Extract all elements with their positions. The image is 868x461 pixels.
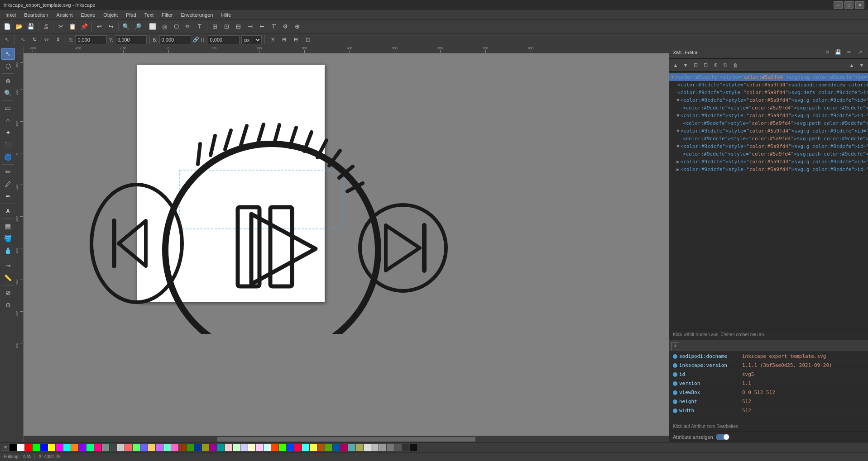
color-swatch-5[interactable] (48, 444, 55, 451)
transform-btn[interactable]: ⤡ (18, 35, 28, 45)
xml-node-n3[interactable]: <color:#9cdcfe">style="color:#5a9fd4">sv… (669, 89, 868, 96)
color-swatch-19[interactable] (156, 444, 163, 451)
print-button[interactable]: 🖨 (40, 21, 51, 32)
color-swatch-16[interactable] (133, 444, 140, 451)
rect-tool-btn[interactable]: ▭ (1, 102, 15, 114)
color-swatch-33[interactable] (264, 444, 271, 451)
color-swatch-1[interactable] (17, 444, 24, 451)
open-button[interactable]: 📂 (14, 21, 24, 32)
menu-item-inkei[interactable]: Inkei (2, 11, 19, 19)
flip-h-btn[interactable]: ⇔ (41, 35, 51, 45)
xml-node-n5[interactable]: <color:#9cdcfe">style="color:#5a9fd4">sv… (669, 104, 868, 112)
menu-item-pfad[interactable]: Pfad (122, 11, 140, 19)
new-button[interactable]: 📄 (2, 21, 13, 32)
menu-item-text[interactable]: Text (141, 11, 157, 19)
menu-item-ansicht[interactable]: Ansicht (53, 11, 76, 19)
settings-btn[interactable]: ⚙ (280, 21, 291, 32)
color-swatch-34[interactable] (271, 444, 278, 451)
color-swatch-13[interactable] (110, 444, 117, 451)
circle-tool-btn[interactable]: ○ (1, 114, 15, 126)
3d-tool-btn[interactable]: ⬛ (1, 139, 15, 151)
attr-row-a5[interactable]: viewBox0 0 512 512 (669, 388, 868, 397)
align-center-btn[interactable]: ⊢ (256, 21, 267, 32)
color-swatch-26[interactable] (210, 444, 217, 451)
menu-item-objekt[interactable]: Objekt (100, 11, 121, 19)
xml-collapse-btn[interactable]: ▲ (847, 61, 856, 70)
pen-tool-btn[interactable]: ✏ (182, 21, 193, 32)
xml-export-btn[interactable]: ↗ (855, 48, 864, 57)
color-swatch-6[interactable] (56, 444, 63, 451)
color-swatch-50[interactable] (394, 444, 402, 451)
canvas-inner[interactable] (24, 53, 669, 433)
select-tool-btn[interactable]: ⬜ (147, 21, 158, 32)
zoom-in-button[interactable]: 🔍 (120, 21, 131, 32)
color-swatch-9[interactable] (79, 444, 86, 451)
color-swatch-22[interactable] (179, 444, 186, 451)
gradient-tool-btn[interactable]: ▤ (1, 220, 15, 232)
color-swatch-39[interactable] (310, 444, 317, 451)
color-swatch-28[interactable] (225, 444, 232, 451)
xml-node-n10[interactable]: ▼<color:#9cdcfe">style="color:#5a9fd4">s… (669, 143, 868, 150)
snap-toggle1[interactable]: ⊡ (268, 35, 278, 45)
xml-node-n13[interactable]: ▶<color:#9cdcfe">style="color:#5a9fd4">s… (669, 166, 868, 173)
attr-row-a3[interactable]: idsvg5 (669, 370, 868, 379)
export-btn[interactable]: ⊕ (292, 21, 302, 32)
color-swatch-38[interactable] (302, 444, 309, 451)
xml-duplicate-btn[interactable]: ⧉ (721, 61, 730, 70)
rotate-btn[interactable]: ↻ (29, 35, 39, 45)
color-swatch-23[interactable] (187, 444, 194, 451)
color-swatch-46[interactable] (364, 444, 371, 451)
select-tool[interactable]: ↖ (2, 35, 12, 45)
minimize-button[interactable]: ─ (834, 1, 843, 9)
close-button[interactable]: ✕ (855, 1, 864, 9)
xml-node-n12[interactable]: ▶<color:#9cdcfe">style="color:#5a9fd4">s… (669, 158, 868, 166)
calligraphy-btn[interactable]: ✒ (1, 190, 15, 202)
copy-button[interactable]: 📋 (67, 21, 78, 32)
color-swatch-43[interactable] (340, 444, 348, 451)
redo-button[interactable]: ↪ (106, 21, 116, 32)
color-swatch-37[interactable] (294, 444, 302, 451)
color-swatch-49[interactable] (387, 444, 394, 451)
xml-nav-down-btn[interactable]: ▼ (681, 61, 690, 70)
color-swatch-12[interactable] (102, 444, 109, 451)
menu-item-hilfe[interactable]: Hilfe (217, 11, 235, 19)
xml-delete-btn[interactable]: 🗑 (731, 61, 740, 70)
xml-node-n2[interactable]: <color:#9cdcfe">style="color:#5a9fd4">so… (669, 81, 868, 89)
color-swatch-31[interactable] (248, 444, 255, 451)
attr-toggle-switch[interactable] (716, 434, 729, 440)
align-left-btn[interactable]: ⊣ (245, 21, 255, 32)
undo-button[interactable]: ↩ (94, 21, 105, 32)
text-tool-btn[interactable]: T (194, 21, 205, 32)
color-swatch-0[interactable] (10, 444, 17, 451)
color-swatch-48[interactable] (379, 444, 386, 451)
text-tool[interactable]: A (1, 205, 15, 217)
color-swatch-11[interactable] (94, 444, 101, 451)
cut-button[interactable]: ✂ (55, 21, 66, 32)
color-swatch-45[interactable] (356, 444, 363, 451)
attr-row-a4[interactable]: version1.1 (669, 379, 868, 388)
color-swatch-36[interactable] (287, 444, 294, 451)
xml-node-n11[interactable]: <color:#9cdcfe">style="color:#5a9fd4">sv… (669, 150, 868, 158)
zoom-out-button[interactable]: 🔎 (132, 21, 143, 32)
xml-editor-close-btn[interactable]: ✕ (823, 48, 832, 57)
flip-v-btn[interactable]: ⇕ (53, 35, 63, 45)
color-swatch-3[interactable] (33, 444, 40, 451)
xml-nav-up-btn[interactable]: ▲ (671, 61, 680, 70)
color-swatch-29[interactable] (233, 444, 240, 451)
node-edit-tool-btn[interactable]: ⬡ (1, 60, 15, 72)
eraser-tool-btn[interactable]: ⊘ (1, 287, 15, 299)
xml-edit-btn[interactable]: ✏ (844, 48, 854, 57)
xml-node-n7[interactable]: <color:#9cdcfe">style="color:#5a9fd4">sv… (669, 119, 868, 127)
pencil-tool-btn[interactable]: ✏ (1, 166, 15, 178)
unit-select[interactable]: px mm cm in pt (241, 35, 262, 44)
color-swatch-10[interactable] (86, 444, 94, 451)
align-right-btn[interactable]: ⊤ (268, 21, 279, 32)
connector-tool-btn[interactable]: ⊸ (1, 260, 15, 271)
menu-item-erweiterungen[interactable]: Erweiterungen (177, 11, 216, 19)
lock-aspect-icon[interactable]: 🔗 (193, 37, 199, 43)
color-swatch-21[interactable] (171, 444, 178, 451)
menu-item-ebene[interactable]: Ebene (77, 11, 99, 19)
snap-btn3[interactable]: ⊟ (233, 21, 244, 32)
xml-save-btn[interactable]: 💾 (834, 48, 843, 57)
color-swatch-52[interactable] (410, 444, 417, 451)
